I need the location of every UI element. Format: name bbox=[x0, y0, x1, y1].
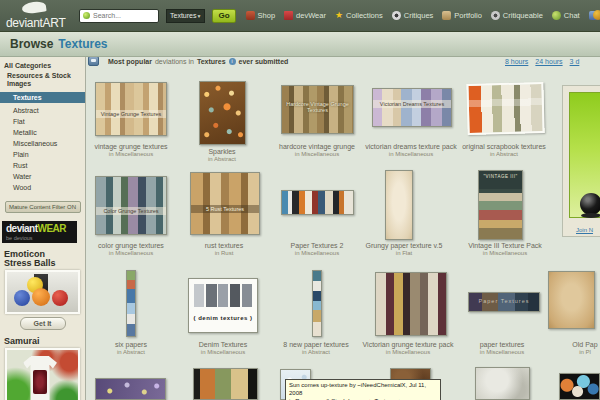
nav-item-critiques[interactable]: Critiques bbox=[392, 11, 434, 20]
mature-content-filter-button[interactable]: Mature Content Filter ON bbox=[5, 201, 81, 213]
deviation-thumbnail-paper-textures[interactable]: Paper Textures bbox=[468, 292, 540, 312]
deviation-category-link[interactable]: in Miscellaneous bbox=[272, 151, 362, 158]
sidebar-item-rust[interactable]: Rust bbox=[0, 160, 85, 171]
deviation-title-link[interactable]: rust textures bbox=[179, 242, 269, 250]
deviation-title-link[interactable]: Sparkles bbox=[177, 148, 267, 156]
sidebar-item-all-categories[interactable]: All Categories bbox=[0, 60, 85, 71]
deviation-category-link[interactable]: in Abstract bbox=[271, 349, 361, 356]
search-box[interactable] bbox=[79, 9, 159, 23]
sidebar-item-textures-selected[interactable]: Textures bbox=[0, 92, 85, 103]
tshirt-icon bbox=[284, 11, 293, 20]
search-input[interactable] bbox=[93, 12, 155, 19]
deviation-thumbnail-victorian-grunge[interactable] bbox=[375, 272, 447, 336]
info-icon[interactable]: i bbox=[229, 58, 236, 65]
time-link-8-hours[interactable]: 8 hours bbox=[505, 58, 528, 65]
deviation-category-link[interactable]: in Miscellaneous bbox=[363, 151, 459, 158]
product-title-samurai: Samurai bbox=[4, 337, 64, 346]
deviation-thumbnail-8-new-papers[interactable] bbox=[312, 270, 322, 337]
deviation-thumbnail-striped-pack[interactable] bbox=[193, 368, 258, 400]
deviation-thumbnail-vintage-grunge[interactable]: Vintage Grunge Textures bbox=[95, 82, 167, 136]
deviation-thumbnail-sparkles[interactable] bbox=[199, 81, 246, 145]
deviantwear-ad[interactable]: deviantWEAR be devious bbox=[2, 221, 77, 243]
deviation-title-link[interactable]: vintage grunge textures bbox=[86, 143, 176, 151]
nav-item-critiqueable[interactable]: Critiqueable bbox=[491, 11, 543, 20]
get-it-button-stress-balls[interactable]: Get It bbox=[20, 317, 66, 330]
deviation-title-link[interactable]: hardcore vintage grunge bbox=[272, 143, 362, 151]
deviation-thumbnail-grungy-paper[interactable] bbox=[385, 170, 413, 240]
nav-label: Portfolio bbox=[454, 11, 482, 20]
sidebar-item-resources-stock[interactable]: Resources & Stock Images bbox=[0, 71, 75, 89]
deviation-title-link[interactable]: victorian dreams texture pack bbox=[363, 143, 459, 151]
deviation-category-link[interactable]: in Miscellaneous bbox=[460, 250, 550, 257]
sidebar-item-metallic[interactable]: Metallic bbox=[0, 127, 85, 138]
deviation-title-link[interactable]: Victorian grunge texture pack bbox=[362, 341, 454, 349]
deviation-category-link[interactable]: in Pl bbox=[545, 349, 600, 356]
deviation-category-link[interactable]: in Abstract bbox=[177, 156, 267, 163]
sidebar-item-flat[interactable]: Flat bbox=[0, 116, 85, 127]
deviation-title-link[interactable]: Vintage III Texture Pack bbox=[460, 242, 550, 250]
nav-item-shop[interactable]: Shop bbox=[246, 11, 276, 20]
stress-balls-image[interactable] bbox=[5, 270, 80, 314]
deviation-thumbnail-denim[interactable]: ( denim textures ) bbox=[188, 278, 258, 333]
deviation-category-link[interactable]: in Abstract bbox=[86, 349, 176, 356]
deviation-thumbnail-color-grunge[interactable]: Color Grunge Textures bbox=[95, 176, 167, 235]
deviation-title-link[interactable]: six papers bbox=[86, 341, 176, 349]
deviation-category-link[interactable]: in Miscellaneous bbox=[362, 349, 454, 356]
join-now-link[interactable]: Join N bbox=[576, 227, 593, 233]
deviation-thumbnail-six-papers[interactable] bbox=[126, 270, 136, 337]
deviation-thumbnail-white-grunge[interactable] bbox=[475, 367, 530, 400]
results-header-suffix: ever submitted bbox=[239, 58, 289, 65]
deviation-title-link[interactable]: original scrapbook textures bbox=[459, 143, 549, 151]
deviation-thumbnail-hardcore-vintage[interactable]: Hardcore Vintage Grunge Textures bbox=[281, 85, 354, 134]
deviation-thumbnail-victorian-dreams[interactable]: Victorian Dreams Textures bbox=[372, 88, 452, 127]
deviation-thumbnail-scrapbook[interactable] bbox=[466, 82, 544, 135]
thumbnail-overlay-text: Color Grunge Textures bbox=[96, 207, 166, 215]
deviation-title-link[interactable]: Old Pap bbox=[545, 341, 600, 349]
sidebar-item-water[interactable]: Water bbox=[0, 171, 85, 182]
sidebar-item-wood[interactable]: Wood bbox=[0, 182, 85, 193]
deviantwear-brand: deviantWEAR bbox=[6, 224, 73, 233]
deviantart-logo[interactable]: deviantART bbox=[6, 1, 72, 31]
deviation-category-link[interactable]: in Miscellaneous bbox=[86, 250, 176, 257]
deviation-category-link[interactable]: in Flat bbox=[359, 250, 449, 257]
search-icon bbox=[83, 12, 90, 19]
deviantwear-brand-green: WEAR bbox=[38, 223, 67, 234]
deviation-thumbnail-colorful-circles[interactable] bbox=[559, 373, 600, 400]
nav-item-portfolio[interactable]: Portfolio bbox=[442, 11, 482, 20]
deviation-category-link[interactable]: in Miscellaneous bbox=[272, 250, 362, 257]
deviation-thumbnail-purple-bokeh[interactable] bbox=[95, 378, 166, 400]
deviation-thumbnail-old-paper[interactable] bbox=[548, 271, 595, 329]
deviation-title-link[interactable]: color grunge textures bbox=[86, 242, 176, 250]
results-header-category: Textures bbox=[197, 58, 226, 65]
deviation-title-link[interactable]: Paper Textures 2 bbox=[272, 242, 362, 250]
deviation-title-link[interactable]: Grungy paper texture v.5 bbox=[359, 242, 449, 250]
deviation-title-link[interactable]: Denim Textures bbox=[178, 341, 268, 349]
deviation-category-link[interactable]: in Miscellaneous bbox=[178, 349, 268, 356]
sidebar-ad-panel: Join N bbox=[562, 85, 600, 237]
sidebar-item-abstract[interactable]: Abstract bbox=[0, 105, 85, 116]
deviation-category-link[interactable]: in Miscellaneous bbox=[457, 349, 547, 356]
samurai-tshirt-image[interactable] bbox=[5, 348, 80, 400]
deviation-thumbnail-rust[interactable]: 5 Rust Textures bbox=[190, 172, 260, 235]
nav-overflow-icon[interactable] bbox=[593, 10, 600, 20]
deviation-category-link[interactable]: in Abstract bbox=[459, 151, 549, 158]
time-link-24-hours[interactable]: 24 hours bbox=[535, 58, 562, 65]
sidebar-item-plain[interactable]: Plain bbox=[0, 149, 85, 160]
deviation-thumbnail-paper-textures-2[interactable] bbox=[281, 190, 354, 215]
sidebar-item-miscellaneous[interactable]: Miscellaneous bbox=[0, 138, 85, 149]
thumbnail-overlay-text: Vintage Grunge Textures bbox=[96, 110, 166, 118]
results-header-plain: deviations in bbox=[155, 58, 194, 65]
time-link-3-days[interactable]: 3 d bbox=[570, 58, 580, 65]
search-category-value: Textures bbox=[170, 12, 196, 19]
webcam-ad-banner[interactable] bbox=[569, 92, 600, 218]
deviation-title-link[interactable]: paper textures bbox=[457, 341, 547, 349]
deviation-thumbnail-vintage-iii[interactable]: "VINTAGE III" bbox=[478, 170, 523, 240]
nav-item-collections[interactable]: Collections bbox=[335, 11, 383, 20]
nav-item-chat[interactable]: Chat bbox=[552, 11, 580, 20]
go-button[interactable]: Go bbox=[212, 9, 235, 23]
nav-item-devwear[interactable]: devWear bbox=[284, 11, 326, 20]
deviation-category-link[interactable]: in Miscellaneous bbox=[86, 151, 176, 158]
deviation-title-link[interactable]: 8 new paper textures bbox=[271, 341, 361, 349]
deviation-category-link[interactable]: in Rust bbox=[179, 250, 269, 257]
search-category-dropdown[interactable]: Textures ▼ bbox=[166, 9, 205, 23]
